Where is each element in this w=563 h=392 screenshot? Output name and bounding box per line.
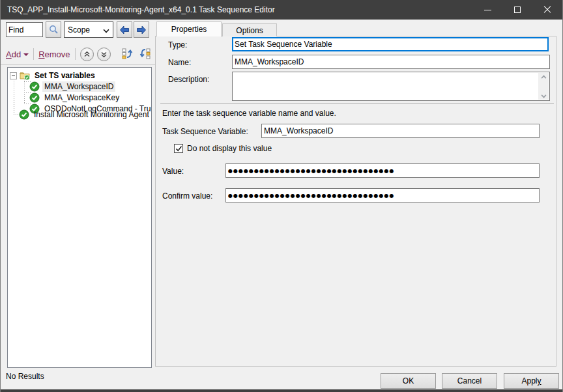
- move-up-button[interactable]: [80, 48, 94, 61]
- task-sequence-editor-window: TSQ_APP_Install-Microsoft-Monitoring-Age…: [0, 0, 563, 392]
- description-field[interactable]: [232, 72, 550, 101]
- tree-item-label: MMA_WorkspaceKey: [42, 92, 121, 103]
- collapse-all-button[interactable]: [138, 47, 151, 62]
- back-arrow-icon: [119, 25, 130, 35]
- chevron-down-circle-icon: [100, 51, 108, 58]
- cancel-button[interactable]: Cancel: [442, 373, 497, 389]
- title-bar[interactable]: TSQ_APP_Install-Microsoft-Monitoring-Age…: [1, 0, 562, 20]
- name-label: Name:: [168, 58, 191, 67]
- tree-toolbar: Add Remove: [1, 46, 155, 63]
- maximize-icon: [514, 7, 521, 13]
- task-sequence-variable-field[interactable]: [261, 124, 540, 138]
- green-check-icon: [29, 81, 40, 92]
- tree-item-mma-workspaceid[interactable]: MMA_WorkspaceID: [29, 81, 115, 92]
- search-button[interactable]: [46, 21, 61, 38]
- type-label: Type:: [168, 40, 187, 49]
- scope-dropdown[interactable]: Scope: [64, 21, 113, 38]
- toolbar-separator: [33, 48, 34, 60]
- section-divider: [160, 103, 554, 104]
- green-check-icon: [29, 92, 40, 103]
- tree-group-label: Set TS variables: [33, 70, 97, 81]
- tree-item-install-mma[interactable]: Install Microsoft Monitoring Agent: [19, 109, 151, 120]
- ok-button[interactable]: OK: [381, 373, 436, 389]
- minimize-icon: [484, 10, 491, 10]
- window-title: TSQ_APP_Install-Microsoft-Monitoring-Age…: [1, 5, 275, 14]
- minimize-button[interactable]: [472, 0, 502, 20]
- type-field[interactable]: [232, 37, 549, 51]
- apply-button[interactable]: Apply: [504, 373, 559, 389]
- tree-item-label: MMA_WorkspaceID: [42, 81, 115, 92]
- confirm-value-field[interactable]: [225, 188, 540, 203]
- description-scrollbar[interactable]: [538, 73, 549, 100]
- close-button[interactable]: [532, 0, 562, 20]
- collapse-expander-icon[interactable]: [10, 72, 17, 79]
- chevron-down-icon: [23, 53, 29, 56]
- value-label: Value:: [162, 167, 184, 176]
- search-icon: [49, 25, 59, 35]
- confirm-value-label: Confirm value:: [162, 191, 212, 201]
- value-field[interactable]: [225, 163, 540, 178]
- scope-value: Scope: [68, 25, 90, 35]
- do-not-display-label[interactable]: Do not display this value: [187, 144, 272, 153]
- remove-button[interactable]: Remove: [38, 49, 70, 59]
- expand-all-icon: [121, 47, 134, 60]
- chevron-up-circle-icon: [83, 51, 91, 58]
- find-input[interactable]: [6, 22, 43, 37]
- tree-item-label: Install Microsoft Monitoring Agent: [32, 109, 151, 120]
- search-next-button[interactable]: [134, 21, 149, 38]
- collapse-all-icon: [138, 47, 151, 60]
- name-field[interactable]: [232, 55, 550, 69]
- tree-group-row[interactable]: Set TS variables: [10, 70, 97, 81]
- maximize-button[interactable]: [502, 0, 532, 20]
- do-not-display-checkbox[interactable]: [174, 144, 183, 153]
- tree-item-mma-workspacekey[interactable]: MMA_WorkspaceKey: [29, 92, 121, 104]
- task-sequence-tree[interactable]: Set TS variables MMA_WorkspaceID MMA_Wor…: [7, 67, 152, 368]
- window-bottom-edge: [1, 389, 562, 392]
- tab-properties[interactable]: Properties: [156, 21, 222, 36]
- green-check-icon: [19, 109, 29, 120]
- toolbar-separator: [75, 48, 76, 60]
- scroll-up-icon[interactable]: [541, 74, 546, 79]
- tab-options[interactable]: Options: [222, 23, 277, 36]
- move-down-button[interactable]: [97, 48, 111, 61]
- forward-arrow-icon: [136, 25, 147, 35]
- tree-guide: [14, 77, 14, 115]
- scroll-down-icon[interactable]: [541, 93, 546, 98]
- folder-check-icon: [20, 70, 30, 81]
- task-sequence-variable-label: Task Sequence Variable:: [162, 127, 248, 136]
- add-button[interactable]: Add: [6, 49, 29, 59]
- checkmark-icon: [175, 145, 182, 152]
- description-label: Description:: [168, 75, 209, 84]
- close-icon: [543, 6, 551, 14]
- search-previous-button[interactable]: [117, 21, 132, 38]
- instruction-text: Enter the task sequence variable name an…: [162, 109, 336, 118]
- search-status: No Results: [6, 372, 44, 381]
- expand-all-button[interactable]: [121, 47, 134, 62]
- toolbar-divider: [1, 64, 155, 65]
- chevron-down-icon: [104, 27, 109, 33]
